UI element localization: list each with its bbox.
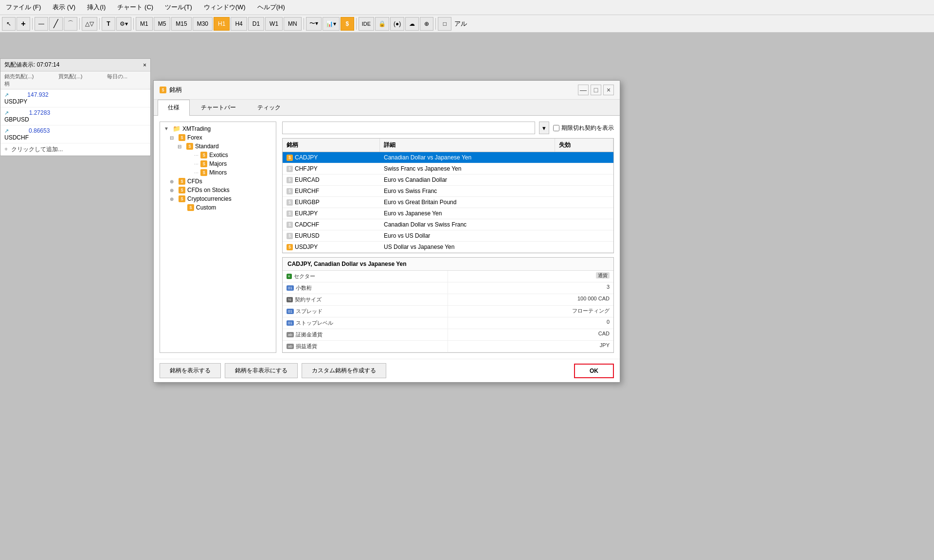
tf-mn[interactable]: MN	[284, 17, 302, 31]
tf-m30[interactable]: M30	[193, 17, 213, 31]
cursor-tool[interactable]: ↖	[2, 17, 16, 31]
crosshair-tool[interactable]: +	[17, 17, 30, 31]
bar-chart-btn[interactable]: 📊▾	[323, 17, 340, 31]
expired-checkbox[interactable]	[553, 125, 559, 131]
tf-h1[interactable]: H1	[214, 17, 230, 31]
menu-view[interactable]: 表示 (V)	[51, 2, 77, 13]
tree-cfds-stocks[interactable]: ⊕ $ CFDs on Stocks	[162, 186, 274, 194]
symbol-row-cadjpy[interactable]: $ CADJPY Canadian Dollar vs Japanese Yen	[283, 152, 613, 163]
tab-tick[interactable]: ティック	[247, 100, 291, 115]
trend-icon-usdjpy: ↗	[4, 92, 9, 98]
market-row-usdchf[interactable]: ↗ USDCHF 0.86653	[0, 125, 150, 143]
market-watch-close[interactable]: ×	[143, 62, 146, 69]
tree-majors[interactable]: ··· $ Majors	[162, 159, 274, 168]
symbol-row-usdjpy[interactable]: $ USDJPY US Dollar vs Japanese Yen	[283, 242, 613, 253]
tree-minors[interactable]: ··· $ Minors	[162, 168, 274, 177]
menu-file[interactable]: ファイル (F)	[4, 2, 43, 13]
menu-help[interactable]: ヘルプ(H)	[255, 2, 287, 13]
lock-btn[interactable]: 🔒	[375, 17, 389, 31]
dialog-maximize-btn[interactable]: □	[591, 85, 601, 95]
dollar-btn[interactable]: $	[341, 17, 354, 31]
menu-insert[interactable]: 挿入(I)	[85, 2, 108, 13]
search-dropdown-btn[interactable]: ▾	[539, 122, 549, 134]
line-chart-btn[interactable]: 〜▾	[306, 17, 322, 31]
label-margin-currency: 証拠金通貨	[296, 331, 323, 338]
currency-badge-sector: 通貨	[596, 272, 610, 279]
expiry-eurchf	[555, 186, 613, 196]
tf-m1[interactable]: M1	[136, 17, 153, 31]
tf-m15[interactable]: M15	[171, 17, 191, 31]
tab-chartbar[interactable]: チャートバー	[191, 100, 246, 115]
hline-tool[interactable]: —	[35, 17, 48, 31]
info-label-stoplevel: 01 ストップレベル	[283, 317, 448, 329]
expand-cfds[interactable]: ⊕	[170, 179, 177, 184]
add-symbol-link[interactable]: + クリックして追加...	[0, 143, 150, 156]
show-symbol-btn[interactable]: 銘柄を表示する	[160, 363, 221, 378]
symbol-row-eurjpy[interactable]: $ EURJPY Euro vs Japanese Yen	[283, 208, 613, 219]
info-label-spread: 01 スプレッド	[283, 306, 448, 317]
more-shapes-tool[interactable]: ⚙▾	[116, 17, 131, 31]
expiry-cadchf	[555, 219, 613, 230]
tree-exotics[interactable]: ··· $ Exotics	[162, 151, 274, 159]
dialog-minimize-btn[interactable]: —	[578, 85, 589, 95]
expired-checkbox-label[interactable]: 期限切れ契約を表示	[553, 124, 614, 132]
dialog-footer: 銘柄を表示する 銘柄を非表示にする カスタム銘柄を作成する OK	[154, 359, 620, 382]
tf-d1[interactable]: D1	[248, 17, 264, 31]
cloud-btn[interactable]: ☁	[405, 17, 419, 31]
tf-m5[interactable]: M5	[154, 17, 171, 31]
tf-h4[interactable]: H4	[231, 17, 247, 31]
shapes-tool[interactable]: △▽	[82, 17, 97, 31]
ide-btn[interactable]: IDE	[359, 17, 374, 31]
symbol-row-chfjpy[interactable]: $ CHFJPY Swiss Franc vs Japanese Yen	[283, 163, 613, 175]
dollar-icon-cfds-stocks: $	[179, 187, 185, 193]
dollar-icon-eurgbp: $	[287, 199, 293, 206]
tree-crypto[interactable]: ⊕ $ Cryptocurrencies	[162, 194, 274, 203]
tree-custom[interactable]: $ Custom	[162, 203, 274, 212]
expand-xmtrading[interactable]: ▼	[164, 126, 171, 131]
tf-w1[interactable]: W1	[265, 17, 283, 31]
square-btn[interactable]: □	[438, 17, 451, 31]
symbol-eurcad: $ EURCAD	[283, 175, 380, 185]
ok-btn[interactable]: OK	[574, 364, 614, 378]
symbol-table-header: 銘柄 詳細 失効	[283, 139, 613, 152]
expand-cfds-stocks[interactable]: ⊕	[170, 188, 177, 193]
symbol-row-eurusd[interactable]: $ EURUSD Euro vs US Dollar	[283, 230, 613, 242]
market-row-gbpusd[interactable]: ↗ GBPUSD 1.27283	[0, 107, 150, 125]
symbol-row-eurcad[interactable]: $ EURCAD Euro vs Canadian Dollar	[283, 175, 613, 186]
dialog-close-btn[interactable]: ×	[603, 85, 614, 95]
multiline-tool[interactable]: ⌒	[64, 17, 77, 31]
tree-cfds[interactable]: ⊕ $ CFDs	[162, 177, 274, 186]
detail-usdjpy-row: US Dollar vs Japanese Yen	[380, 242, 555, 252]
radio-btn[interactable]: (●)	[390, 17, 404, 31]
info-row-profit-currency: ab 損益通貨 JPY	[283, 341, 613, 352]
tree-forex[interactable]: ⊟ $ Forex	[162, 133, 274, 142]
create-custom-btn[interactable]: カスタム銘柄を作成する	[302, 363, 386, 378]
separator-2	[79, 18, 80, 30]
label-spread: スプレッド	[296, 308, 323, 315]
symbol-row-eurgbp[interactable]: $ EURGBP Euro vs Great Britain Pound	[283, 197, 613, 208]
menu-window[interactable]: ウィンドウ(W)	[202, 2, 248, 13]
expand-standard[interactable]: ⊟	[178, 144, 184, 149]
trendline-tool[interactable]: ╱	[49, 17, 63, 31]
hide-symbol-btn[interactable]: 銘柄を非表示にする	[225, 363, 298, 378]
text-tool[interactable]: T	[102, 17, 115, 31]
search-row: ▾ 期限切れ契約を表示	[282, 122, 614, 134]
symbol-row-eurchf[interactable]: $ EURCHF Euro vs Swiss Franc	[283, 186, 613, 197]
expand-forex[interactable]: ⊟	[170, 135, 177, 140]
square-icon: □	[443, 20, 447, 27]
symbol-cadjpy: $ CADJPY	[283, 152, 380, 163]
menu-chart[interactable]: チャート (C)	[115, 2, 155, 13]
market-row-usdjpy[interactable]: ↗ USDJPY 147.932	[0, 89, 150, 107]
symbol-row-cadchf[interactable]: $ CADCHF Canadian Dollar vs Swiss Franc	[283, 219, 613, 230]
menu-tools[interactable]: ツール(T)	[163, 2, 194, 13]
header-symbol: 銘柄	[283, 139, 380, 152]
globe-btn[interactable]: ⊕	[420, 17, 433, 31]
tree-xmtrading[interactable]: ▼ 📁 XMTrading	[162, 124, 274, 133]
tab-spec[interactable]: 仕様	[158, 100, 190, 116]
tree-standard[interactable]: ⊟ $ Standard	[162, 142, 274, 151]
cloud-icon: ☁	[409, 20, 415, 27]
tree-label-cfds-stocks: CFDs on Stocks	[187, 187, 230, 193]
expiry-eurcad	[555, 175, 613, 185]
search-input[interactable]	[282, 122, 535, 134]
expand-crypto[interactable]: ⊕	[170, 196, 177, 202]
